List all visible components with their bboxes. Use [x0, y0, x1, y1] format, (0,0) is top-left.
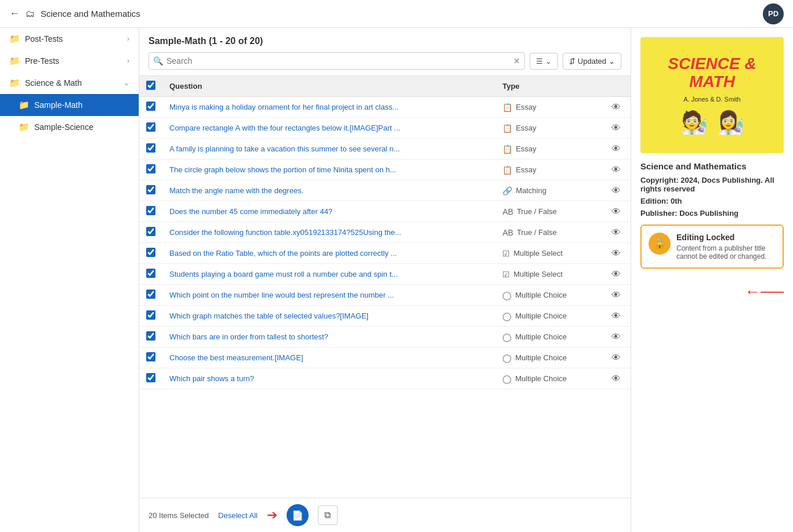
top-bar-left: ← 🗂 Science and Mathematics: [9, 8, 140, 20]
question-link[interactable]: Choose the best measurement.[IMAGE]: [169, 353, 303, 362]
preview-button[interactable]: 👁: [611, 374, 621, 384]
preview-button[interactable]: 👁: [611, 332, 621, 342]
folder-icon: 🗂: [26, 9, 35, 19]
lock-icon: 🔒: [649, 233, 671, 255]
avatar: PD: [763, 3, 784, 24]
row-checkbox[interactable]: [146, 122, 155, 132]
row-checkbox[interactable]: [146, 143, 155, 153]
table-row: Compare rectangle A with the four rectan…: [139, 118, 631, 139]
question-link[interactable]: Does the number 45 come immediately afte…: [169, 207, 332, 216]
sidebar-item-sample-science[interactable]: 📁 Sample-Science: [0, 116, 139, 138]
type-cell: ◯ Multiple Choice: [495, 306, 602, 327]
chevron-down-icon: ⌄: [124, 79, 129, 87]
folder-icon: 📁: [9, 78, 20, 88]
preview-button[interactable]: 👁: [611, 102, 621, 113]
question-link[interactable]: Which pair shows a turn?: [169, 374, 254, 383]
row-checkbox[interactable]: [146, 289, 155, 299]
filter-button[interactable]: ☰ ⌄: [530, 53, 558, 70]
question-cell: Which point on the number line would bes…: [162, 285, 495, 306]
question-cell: Based on the Ratio Table, which of the p…: [162, 243, 495, 264]
question-link[interactable]: A family is planning to take a vacation …: [169, 144, 400, 153]
book-cover-title-line1: SCIENCE &: [668, 55, 756, 73]
preview-button[interactable]: 👁: [611, 165, 621, 175]
type-cell: ◯ Multiple Choice: [495, 368, 602, 389]
panel-publisher: Publisher: Docs Publishing: [640, 209, 784, 218]
questions-table: Question Type Minya is making a holiday …: [139, 76, 631, 389]
preview-button[interactable]: 👁: [611, 144, 621, 154]
table-row: Which point on the number line would bes…: [139, 285, 631, 306]
row-checkbox[interactable]: [146, 269, 155, 278]
sort-chevron-icon: ⌄: [609, 57, 615, 66]
back-button[interactable]: ←: [9, 8, 20, 20]
type-icon: ◯: [502, 312, 512, 321]
table-row: The circle graph below shows the portion…: [139, 160, 631, 180]
question-link[interactable]: Students playing a board game must roll …: [169, 270, 398, 278]
question-cell: Match the angle name with the degrees.: [162, 180, 495, 201]
sidebar-item-science-math[interactable]: 📁 Science & Math ⌄: [0, 72, 139, 94]
type-label: True / False: [517, 228, 557, 237]
selected-count: 20 Items Selected: [149, 511, 209, 520]
sidebar-item-pre-tests[interactable]: 📁 Pre-Tests ›: [0, 50, 139, 72]
question-cell: Does the number 45 come immediately afte…: [162, 201, 495, 222]
top-bar-title: Science and Mathematics: [41, 9, 140, 19]
preview-button[interactable]: 👁: [611, 311, 621, 321]
editing-locked-text: Content from a publisher title cannot be…: [676, 244, 776, 260]
question-link[interactable]: Match the angle name with the degrees.: [169, 186, 303, 195]
row-checkbox[interactable]: [146, 331, 155, 341]
add-to-test-button[interactable]: 📄: [287, 504, 309, 526]
question-cell: A family is planning to take a vacation …: [162, 139, 495, 160]
question-link[interactable]: The circle graph below shows the portion…: [169, 165, 396, 174]
question-link[interactable]: Compare rectangle A with the four rectan…: [169, 124, 400, 132]
question-link[interactable]: Minya is making a holiday ornament for h…: [169, 103, 399, 111]
row-checkbox[interactable]: [146, 164, 155, 173]
preview-button[interactable]: 👁: [611, 227, 621, 238]
question-link[interactable]: Based on the Ratio Table, which of the p…: [169, 249, 397, 258]
question-link[interactable]: Consider the following function table.xy…: [169, 228, 401, 237]
row-checkbox[interactable]: [146, 352, 155, 361]
row-checkbox[interactable]: [146, 373, 155, 382]
question-link[interactable]: Which bars are in order from tallest to …: [169, 332, 328, 341]
question-cell: Which pair shows a turn?: [162, 368, 495, 389]
type-cell: 📋 Essay: [495, 97, 602, 118]
type-icon: ☑: [502, 249, 510, 258]
type-cell: AB True / False: [495, 201, 602, 222]
sidebar-item-post-tests[interactable]: 📁 Post-Tests ›: [0, 28, 139, 50]
row-checkbox[interactable]: [146, 206, 155, 215]
sidebar-item-sample-math[interactable]: 📁 Sample-Math: [0, 94, 139, 116]
arrow-right-icon: ➔: [267, 508, 277, 523]
editing-locked-box: 🔒 Editing Locked Content from a publishe…: [640, 225, 784, 269]
row-checkbox[interactable]: [146, 310, 155, 320]
row-checkbox[interactable]: [146, 102, 155, 111]
type-cell: ◯ Multiple Choice: [495, 348, 602, 368]
preview-button[interactable]: 👁: [611, 290, 621, 301]
clear-icon[interactable]: ✕: [513, 56, 520, 66]
preview-button[interactable]: 👁: [611, 186, 621, 196]
sidebar-label: Sample-Math: [34, 100, 82, 110]
type-icon: AB: [502, 207, 513, 216]
question-cell: Minya is making a holiday ornament for h…: [162, 97, 495, 118]
type-label: Multiple Choice: [515, 291, 567, 299]
table-row: Does the number 45 come immediately afte…: [139, 201, 631, 222]
panel-copyright: Copyright: 2024, Docs Publishing. All ri…: [640, 176, 784, 193]
row-checkbox[interactable]: [146, 248, 155, 257]
sort-button[interactable]: ⇵ Updated ⌄: [563, 53, 621, 70]
question-link[interactable]: Which graph matches the table of selecte…: [169, 312, 368, 320]
type-label: Multiple Choice: [515, 332, 567, 341]
deselect-all-button[interactable]: Deselect All: [218, 511, 258, 520]
table-row: Match the angle name with the degrees. 🔗…: [139, 180, 631, 201]
search-icon: 🔍: [153, 56, 163, 66]
preview-button[interactable]: 👁: [611, 353, 621, 363]
preview-button[interactable]: 👁: [611, 207, 621, 217]
preview-button[interactable]: 👁: [611, 269, 621, 280]
search-input[interactable]: [149, 52, 525, 70]
copy-button[interactable]: ⧉: [318, 505, 338, 525]
table-row: A family is planning to take a vacation …: [139, 139, 631, 160]
row-checkbox[interactable]: [146, 185, 155, 194]
select-all-checkbox[interactable]: [146, 81, 155, 90]
preview-button[interactable]: 👁: [611, 123, 621, 133]
row-checkbox[interactable]: [146, 227, 155, 236]
question-link[interactable]: Which point on the number line would bes…: [169, 291, 394, 299]
editing-locked-title: Editing Locked: [676, 233, 776, 242]
type-cell: 🔗 Matching: [495, 180, 602, 201]
preview-button[interactable]: 👁: [611, 248, 621, 259]
